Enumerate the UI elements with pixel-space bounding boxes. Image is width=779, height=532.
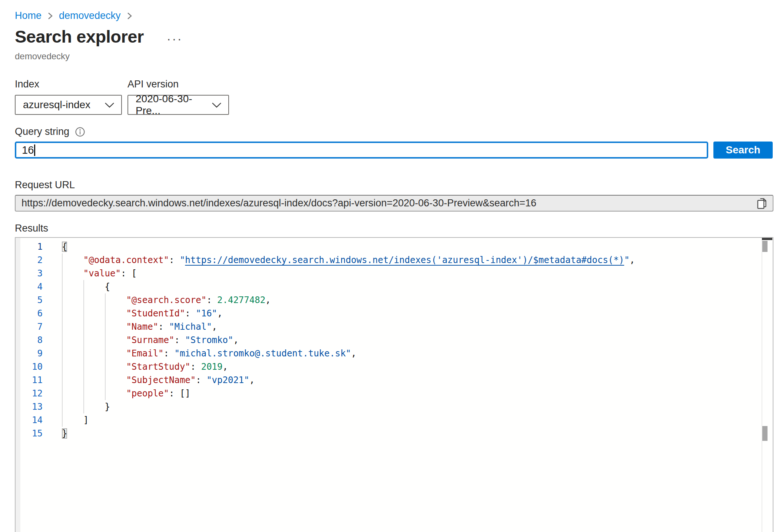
line-number: 13 (16, 400, 43, 413)
code-text: "StudentId": "16", (62, 307, 223, 320)
code-line: 12"people": [] (16, 387, 761, 400)
code-line: 14] (16, 413, 761, 427)
index-label: Index (15, 79, 122, 90)
breadcrumb-link-home[interactable]: Home (15, 10, 42, 21)
indent-guide (83, 333, 84, 347)
index-field: Index azuresql-index (15, 79, 122, 115)
indent-guide (62, 373, 63, 387)
line-number: 8 (16, 333, 43, 347)
copy-icon[interactable] (756, 197, 768, 210)
indent-guide (62, 280, 63, 293)
breadcrumb: Home demovedecky (15, 9, 779, 22)
code-text: } (62, 427, 67, 440)
request-url-label: Request URL (15, 179, 779, 192)
code-text: "value": [ (62, 267, 137, 280)
indent-guide (105, 373, 106, 387)
code-line: 2"@odata.context": "https://demovedecky.… (16, 253, 761, 267)
api-version-label: API version (127, 79, 229, 90)
code-line: 3"value": [ (16, 267, 761, 280)
indent-guide (83, 307, 84, 320)
scrollbar-top-shadow (762, 238, 772, 240)
line-number: 12 (16, 387, 43, 400)
code-line: 13} (16, 400, 761, 413)
request-url-field[interactable]: https://demovedecky.search.windows.net/i… (15, 195, 773, 212)
breadcrumb-link-demovedecky[interactable]: demovedecky (59, 10, 121, 21)
code-line: 6"StudentId": "16", (16, 307, 761, 320)
indent-guide (105, 347, 106, 360)
chevron-right-icon (47, 11, 53, 20)
query-string-input[interactable]: 16 (15, 142, 708, 159)
line-number: 2 (16, 253, 43, 267)
line-number: 9 (16, 347, 43, 360)
indent-guide (83, 373, 84, 387)
line-number: 3 (16, 267, 43, 280)
code-line: 5"@search.score": 2.4277482, (16, 293, 761, 307)
code-line: 11"SubjectName": "vp2021", (16, 373, 761, 387)
indent-guide (62, 400, 63, 413)
indent-guide (105, 387, 106, 400)
search-explorer-blade: Home demovedecky Search explorer ··· dem… (0, 0, 779, 532)
indent-guide (62, 360, 63, 373)
line-number: 4 (16, 280, 43, 293)
code-line: 7"Name": "Michal", (16, 320, 761, 333)
indent-guide (83, 280, 84, 293)
line-number: 15 (16, 427, 43, 440)
api-version-field: API version 2020-06-30-Pre... (127, 79, 229, 115)
indent-guide (83, 347, 84, 360)
indent-guide (62, 267, 63, 280)
query-string-label: Query string (15, 126, 69, 137)
info-icon[interactable] (75, 127, 85, 137)
indent-guide (83, 320, 84, 333)
indent-guide (105, 320, 106, 333)
line-number: 7 (16, 320, 43, 333)
api-version-dropdown-value: 2020-06-30-Pre... (136, 93, 212, 117)
results-label: Results (15, 223, 779, 235)
chevron-down-icon (212, 99, 222, 111)
code-text: "Name": "Michal", (62, 320, 217, 333)
indent-guide (83, 293, 84, 307)
scrollbar-track-divider (762, 238, 762, 532)
code-text: "@odata.context": "https://demovedecky.s… (62, 253, 635, 267)
indent-guide (62, 293, 63, 307)
more-options-button[interactable]: ··· (165, 35, 185, 42)
request-url-value: https://demovedecky.search.windows.net/i… (21, 197, 756, 209)
query-string-value: 16 (22, 144, 34, 156)
code-text: } (62, 400, 110, 413)
indent-guide (83, 360, 84, 373)
service-subtitle: demovedecky (15, 51, 779, 61)
line-number: 14 (16, 413, 43, 427)
search-button[interactable]: Search (713, 142, 773, 159)
index-dropdown[interactable]: azuresql-index (15, 95, 122, 115)
indent-guide (62, 347, 63, 360)
overview-ruler-mark (762, 426, 768, 441)
api-version-dropdown[interactable]: 2020-06-30-Pre... (127, 95, 229, 115)
code-text: "people": [] (62, 387, 190, 400)
code-text: ] (62, 413, 89, 427)
code-line: 10"StartStudy": 2019, (16, 360, 761, 373)
indent-guide (105, 360, 106, 373)
indent-guide (62, 253, 63, 267)
code-text: "Email": "michal.stromko@.student.tuke.s… (62, 347, 357, 360)
chevron-right-icon (127, 11, 132, 20)
code-text: "Surname": "Stromko", (62, 333, 239, 347)
code-line: 4{ (16, 280, 761, 293)
code-line: 9"Email": "michal.stromko@.student.tuke.… (16, 347, 761, 360)
line-number: 6 (16, 307, 43, 320)
line-number: 1 (16, 240, 43, 253)
indent-guide (62, 320, 63, 333)
chevron-down-icon (105, 99, 115, 111)
line-number: 11 (16, 373, 43, 387)
code-text: { (62, 280, 110, 293)
results-json-editor[interactable]: 1{2"@odata.context": "https://demovedeck… (15, 237, 773, 532)
code-text: { (62, 240, 67, 253)
line-number: 10 (16, 360, 43, 373)
code-text: "SubjectName": "vp2021", (62, 373, 255, 387)
indent-guide (62, 413, 63, 427)
line-number: 5 (16, 293, 43, 307)
code-text: "StartStudy": 2019, (62, 360, 228, 373)
code-line: 8"Surname": "Stromko", (16, 333, 761, 347)
code-text: "@search.score": 2.4277482, (62, 293, 271, 307)
vertical-scrollbar-thumb[interactable] (762, 241, 768, 252)
indent-guide (62, 307, 63, 320)
code-line: 15} (16, 427, 761, 440)
